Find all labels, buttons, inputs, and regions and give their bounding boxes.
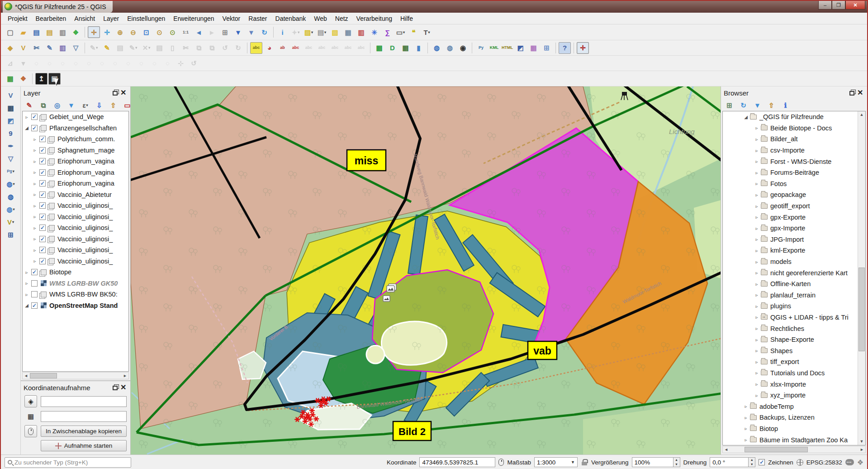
browser-panel-float-icon[interactable] bbox=[849, 91, 854, 96]
new-project-button[interactable]: ▢ bbox=[4, 26, 16, 38]
layer-visibility-checkbox[interactable]: ✓ bbox=[39, 258, 46, 264]
browser-hscrollbar[interactable]: ◄ ► bbox=[722, 446, 866, 453]
import-photos-button[interactable]: ↥ bbox=[35, 73, 47, 85]
browser-tree-item[interactable]: ▹Offline-Karten bbox=[723, 278, 865, 290]
expander-icon[interactable]: ▹ bbox=[754, 282, 760, 287]
layer-visibility-checkbox[interactable]: ✓ bbox=[31, 114, 38, 120]
python-console-button[interactable]: Py bbox=[475, 42, 487, 54]
layer-tree-item[interactable]: ◢✓OpenStreetMap Stand bbox=[23, 300, 128, 311]
coord-capture-field-1[interactable] bbox=[41, 396, 127, 407]
deselect-all-button[interactable]: ▧ bbox=[329, 26, 341, 38]
expander-icon[interactable]: ▹ bbox=[754, 292, 760, 297]
kml-tools-button[interactable]: KML bbox=[488, 42, 500, 54]
expander-icon[interactable]: ▹ bbox=[754, 304, 760, 309]
properties-info-icon[interactable]: ℹ bbox=[779, 99, 792, 111]
attribute-grid-button[interactable]: ▦ bbox=[527, 42, 540, 54]
expander-icon[interactable]: ▹ bbox=[32, 137, 38, 142]
layer-visibility-checkbox[interactable]: ✓ bbox=[39, 180, 46, 187]
expander-icon[interactable]: ▹ bbox=[743, 426, 749, 431]
layer-visibility-checkbox[interactable]: ✓ bbox=[39, 136, 46, 142]
layer-visibility-checkbox[interactable]: ✓ bbox=[39, 247, 46, 253]
layer-tree-item[interactable]: ▹WMS LGRB-BW GK50 bbox=[23, 278, 128, 289]
menu-netz[interactable]: Netz bbox=[331, 14, 352, 24]
menu-hilfe[interactable]: Hilfe bbox=[396, 14, 417, 24]
statistics-button[interactable]: ∑ bbox=[381, 26, 394, 38]
mouse-extent-icon[interactable] bbox=[498, 459, 504, 466]
html-image-map-button[interactable]: HTML bbox=[501, 42, 513, 54]
layer-tree-item[interactable]: ▹✓Vaccinio_uliginosi_ bbox=[23, 200, 128, 211]
layer-visibility-checkbox[interactable]: ✓ bbox=[39, 214, 46, 220]
layer-tree-hscrollbar[interactable]: ◄ ► bbox=[22, 372, 129, 379]
browser-tree-item[interactable]: ▹Biotop bbox=[723, 423, 865, 435]
browser-tree-item[interactable]: ▹Beide Biotope - Docs bbox=[723, 123, 865, 134]
expander-icon[interactable]: ▹ bbox=[754, 226, 760, 231]
layer-tree-item[interactable]: ▹✓Eriophorum_vagina bbox=[23, 167, 128, 178]
browser-tree-item[interactable]: ▹gpx-Exporte bbox=[723, 211, 865, 223]
open-project-button[interactable]: ▰ bbox=[17, 26, 29, 38]
coordinate-value[interactable]: 473469.5,5397825.1 bbox=[419, 457, 495, 467]
layer-tree-item[interactable]: ▹✓Eriophorum_vagina bbox=[23, 156, 128, 167]
add-virtual-layer-button[interactable]: V▾ bbox=[4, 216, 18, 228]
layer-visibility-checkbox[interactable]: ✓ bbox=[39, 169, 46, 176]
browser-tree-item[interactable]: ▹Fotos bbox=[723, 178, 865, 190]
layer-tree-item[interactable]: ▹✓Vaccinio_uliginosi_ bbox=[23, 222, 128, 234]
tasks-icon[interactable]: ❖ bbox=[857, 458, 863, 467]
layout-manager-button[interactable]: ▥ bbox=[57, 26, 69, 38]
zoom-to-selection-button[interactable]: ⊙ bbox=[153, 26, 166, 38]
field-calculator-button[interactable]: ▥ bbox=[355, 26, 367, 38]
expander-icon[interactable]: ▹ bbox=[32, 170, 38, 175]
add-postgis-layer-button[interactable]: Pg▾ bbox=[4, 165, 18, 177]
add-spatialite-layer-button[interactable]: ✒ bbox=[4, 140, 18, 152]
identify-features-button[interactable]: i bbox=[276, 26, 289, 38]
browser-tree-item[interactable]: ▹Forst - WMS-Dienste bbox=[723, 156, 865, 167]
minimize-button[interactable]: – bbox=[818, 1, 832, 10]
collapse-all-icon[interactable]: ⇧ bbox=[107, 99, 119, 111]
open-layer-styling-icon[interactable]: ✎ bbox=[23, 99, 35, 111]
layer-visibility-checkbox[interactable]: ✓ bbox=[39, 158, 46, 164]
browser-tree-item[interactable]: ▹Shapes bbox=[723, 345, 865, 356]
open-attribute-table-button[interactable]: ▦ bbox=[342, 26, 354, 38]
processing-toolbox-button[interactable]: ✳ bbox=[368, 26, 380, 38]
layer-labeling-button[interactable]: abc bbox=[250, 42, 262, 54]
add-arcgis-rest-layer-button[interactable]: ⊞ bbox=[4, 229, 18, 241]
save-project-as-button[interactable]: ▤ bbox=[43, 26, 56, 38]
text-annotation-button[interactable]: T▾ bbox=[421, 26, 433, 38]
layer-tree-item[interactable]: ▹✓Vaccinio_uliginosi_ bbox=[23, 256, 128, 267]
coord-capture-field-2[interactable] bbox=[41, 411, 127, 422]
db-manager-button[interactable]: ▮ bbox=[413, 42, 425, 54]
wms-globe-button[interactable]: ◍ bbox=[431, 42, 443, 54]
expander-icon[interactable]: ▹ bbox=[24, 270, 30, 275]
browser-tree-item[interactable]: ▹Rechtliches bbox=[723, 323, 865, 334]
filter-legend-icon[interactable]: ◎ bbox=[51, 99, 63, 111]
new-spatialite-layer-button[interactable]: ✄ bbox=[30, 42, 43, 54]
expander-icon[interactable]: ▹ bbox=[743, 404, 749, 409]
copy-to-clipboard-button[interactable]: In Zwischenablage kopieren bbox=[41, 426, 127, 437]
close-button[interactable]: ✕ bbox=[845, 1, 865, 10]
layer-visibility-checkbox[interactable] bbox=[31, 280, 38, 287]
layer-tree-item[interactable]: ▹✓Eriophorum_vagina bbox=[23, 178, 128, 189]
layer-diagram-button[interactable]: ◕ bbox=[263, 42, 275, 54]
add-selected-layers-icon[interactable]: ⊞ bbox=[723, 99, 735, 111]
topology-checker-button[interactable]: ◩ bbox=[514, 42, 526, 54]
expander-icon[interactable]: ◢ bbox=[743, 115, 749, 120]
measure-button[interactable]: ▭▾ bbox=[394, 26, 407, 38]
add-raster-layer-button[interactable]: ▦ bbox=[4, 102, 18, 114]
layer-tree-item[interactable]: ▹✓Vaccinio_uliginosi_ bbox=[23, 211, 128, 223]
browser-tree-item[interactable]: ▹JPG-Import bbox=[723, 234, 865, 245]
layer-panel-float-icon[interactable] bbox=[113, 91, 118, 96]
magnifier-spinner[interactable]: ▲▼ bbox=[674, 457, 680, 467]
expander-icon[interactable]: ▹ bbox=[754, 393, 760, 398]
zoom-last-button[interactable]: ◄ bbox=[193, 26, 205, 38]
zoom-native-button[interactable]: 1:1 bbox=[180, 26, 192, 38]
browser-tree-item[interactable]: ▹Forums-Beiträge bbox=[723, 167, 865, 178]
menu-projekt[interactable]: Projekt bbox=[4, 14, 32, 24]
expander-icon[interactable]: ▹ bbox=[32, 248, 38, 253]
wcs-globe-button[interactable]: ◍ bbox=[444, 42, 456, 54]
add-vector-layer-button[interactable]: V bbox=[4, 89, 18, 101]
menu-erweiterungen[interactable]: Erweiterungen bbox=[169, 14, 218, 24]
table-manager-button[interactable]: ⊞ bbox=[541, 42, 553, 54]
style-manager-button[interactable]: ❖ bbox=[70, 26, 82, 38]
collapse-browser-icon[interactable]: ⇧ bbox=[765, 99, 778, 111]
track-mouse-button[interactable] bbox=[24, 425, 37, 437]
scale-combo[interactable]: 1:3000▼ bbox=[534, 457, 578, 467]
